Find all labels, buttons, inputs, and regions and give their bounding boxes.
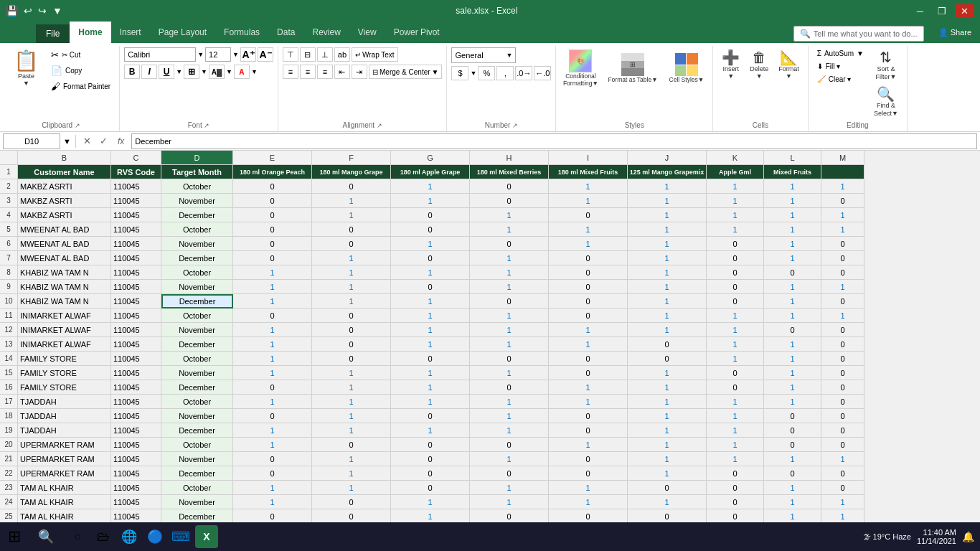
cell-11-g[interactable]: 1 xyxy=(391,309,470,323)
cell-22-m[interactable]: 0 xyxy=(821,466,864,481)
cell-15-f[interactable]: 1 xyxy=(312,366,391,380)
cell-10-h[interactable]: 0 xyxy=(470,294,549,309)
cell-6-l[interactable]: 1 xyxy=(764,237,821,251)
cell-16-g[interactable]: 1 xyxy=(391,380,470,395)
tab-home[interactable]: Home xyxy=(70,22,110,43)
cell-22-d[interactable]: December xyxy=(161,466,233,481)
cell-3-g[interactable]: 1 xyxy=(391,194,470,208)
header-mango-grape[interactable]: 180 ml Mango Grape xyxy=(312,165,391,179)
cell-20-h[interactable]: 0 xyxy=(470,438,549,452)
cell-12-i[interactable]: 1 xyxy=(549,323,628,337)
col-header-i[interactable]: I xyxy=(549,151,628,165)
cell-10-g[interactable]: 1 xyxy=(391,294,470,309)
header-orange-peach[interactable]: 180 ml Orange Peach xyxy=(233,165,312,179)
cell-10-m[interactable]: 0 xyxy=(821,294,864,309)
tab-view[interactable]: View xyxy=(349,22,385,43)
cell-17-m[interactable]: 0 xyxy=(821,395,864,409)
cell-5-g[interactable]: 0 xyxy=(391,222,470,237)
taskbar-edge[interactable]: 🌐 xyxy=(118,525,141,548)
cell-17-j[interactable]: 1 xyxy=(628,395,707,409)
cell-18-l[interactable]: 0 xyxy=(764,409,821,423)
cell-3-c[interactable]: 110045 xyxy=(111,194,161,208)
cell-6-b[interactable]: MWEENAT AL BAD xyxy=(18,237,111,251)
taskbar-cortana[interactable]: ○ xyxy=(66,525,89,548)
taskbar-notification[interactable]: 🔔 xyxy=(962,531,974,542)
cell-2-d[interactable]: October xyxy=(161,179,233,194)
increase-font-button[interactable]: A⁺ xyxy=(240,47,256,62)
cell-24-b[interactable]: TAM AL KHAIR xyxy=(18,495,111,509)
cell-23-l[interactable]: 1 xyxy=(764,481,821,495)
cell-9-b[interactable]: KHABIZ WA TAM N xyxy=(18,280,111,294)
cell-22-g[interactable]: 0 xyxy=(391,466,470,481)
cell-5-c[interactable]: 110045 xyxy=(111,222,161,237)
cell-11-j[interactable]: 1 xyxy=(628,309,707,323)
cell-19-l[interactable]: 0 xyxy=(764,423,821,438)
col-header-f[interactable]: F xyxy=(312,151,391,165)
cell-9-d[interactable]: November xyxy=(161,280,233,294)
cell-17-g[interactable]: 1 xyxy=(391,395,470,409)
cell-5-i[interactable]: 1 xyxy=(549,222,628,237)
cell-22-l[interactable]: 0 xyxy=(764,466,821,481)
cell-7-d[interactable]: December xyxy=(161,251,233,265)
col-header-g[interactable]: G xyxy=(391,151,470,165)
cell-11-e[interactable]: 0 xyxy=(233,309,312,323)
cell-13-d[interactable]: December xyxy=(161,337,233,352)
cell-22-j[interactable]: 1 xyxy=(628,466,707,481)
cell-18-m[interactable]: 0 xyxy=(821,409,864,423)
col-header-l[interactable]: L xyxy=(764,151,821,165)
cell-10-j[interactable]: 1 xyxy=(628,294,707,309)
restore-button[interactable]: ❐ xyxy=(932,4,952,18)
cell-4-b[interactable]: MAKBZ ASRTI xyxy=(18,208,111,222)
cell-4-c[interactable]: 110045 xyxy=(111,208,161,222)
bottom-align-button[interactable]: ⊥ xyxy=(317,47,333,62)
cell-3-b[interactable]: MAKBZ ASRTI xyxy=(18,194,111,208)
cell-6-m[interactable]: 0 xyxy=(821,237,864,251)
cell-3-m[interactable]: 0 xyxy=(821,194,864,208)
cell-18-e[interactable]: 0 xyxy=(233,409,312,423)
fill-button[interactable]: ⬇ Fill ▾ xyxy=(813,60,868,72)
cell-12-h[interactable]: 1 xyxy=(470,323,549,337)
cell-4-h[interactable]: 1 xyxy=(470,208,549,222)
cell-21-g[interactable]: 0 xyxy=(391,452,470,466)
cell-13-i[interactable]: 1 xyxy=(549,337,628,352)
cell-23-c[interactable]: 110045 xyxy=(111,481,161,495)
cell-23-g[interactable]: 0 xyxy=(391,481,470,495)
cell-10-b[interactable]: KHABIZ WA TAM N xyxy=(18,294,111,309)
cell-15-g[interactable]: 1 xyxy=(391,366,470,380)
decrease-font-button[interactable]: A⁻ xyxy=(258,47,273,62)
cell-6-f[interactable]: 0 xyxy=(312,237,391,251)
cell-6-i[interactable]: 1 xyxy=(549,237,628,251)
tab-insert[interactable]: Insert xyxy=(111,22,150,43)
cell-25-g[interactable]: 1 xyxy=(391,509,470,524)
paste-button[interactable]: 📋 Paste ▼ xyxy=(7,47,45,90)
cell-4-k[interactable]: 1 xyxy=(707,208,764,222)
cell-5-h[interactable]: 1 xyxy=(470,222,549,237)
cell-7-j[interactable]: 1 xyxy=(628,251,707,265)
cell-19-d[interactable]: December xyxy=(161,423,233,438)
cell-23-k[interactable]: 0 xyxy=(707,481,764,495)
cell-11-c[interactable]: 110045 xyxy=(111,309,161,323)
cell-14-m[interactable]: 0 xyxy=(821,352,864,366)
cell-24-k[interactable]: 0 xyxy=(707,495,764,509)
cell-4-g[interactable]: 0 xyxy=(391,208,470,222)
cell-19-b[interactable]: TJADDAH xyxy=(18,423,111,438)
cell-2-b[interactable]: MAKBZ ASRTI xyxy=(18,179,111,194)
cell-12-l[interactable]: 0 xyxy=(764,323,821,337)
clear-button[interactable]: 🧹 Clear ▾ xyxy=(813,73,868,85)
cell-21-k[interactable]: 1 xyxy=(707,452,764,466)
cell-3-d[interactable]: November xyxy=(161,194,233,208)
taskbar-start-button[interactable]: ⊞ xyxy=(3,525,26,548)
cell-11-d[interactable]: October xyxy=(161,309,233,323)
copy-button[interactable]: 📄 Copy xyxy=(47,63,115,78)
cell-2-l[interactable]: 1 xyxy=(764,179,821,194)
cell-24-d[interactable]: November xyxy=(161,495,233,509)
cancel-formula-icon[interactable]: ✕ xyxy=(80,136,94,146)
cell-9-h[interactable]: 1 xyxy=(470,280,549,294)
cell-11-i[interactable]: 0 xyxy=(549,309,628,323)
cell-19-h[interactable]: 1 xyxy=(470,423,549,438)
fill-color-button[interactable]: A▓ xyxy=(209,65,225,79)
formula-input[interactable] xyxy=(131,133,977,149)
cell-19-i[interactable]: 0 xyxy=(549,423,628,438)
col-header-e[interactable]: E xyxy=(233,151,312,165)
cell-15-b[interactable]: FAMILY STORE xyxy=(18,366,111,380)
